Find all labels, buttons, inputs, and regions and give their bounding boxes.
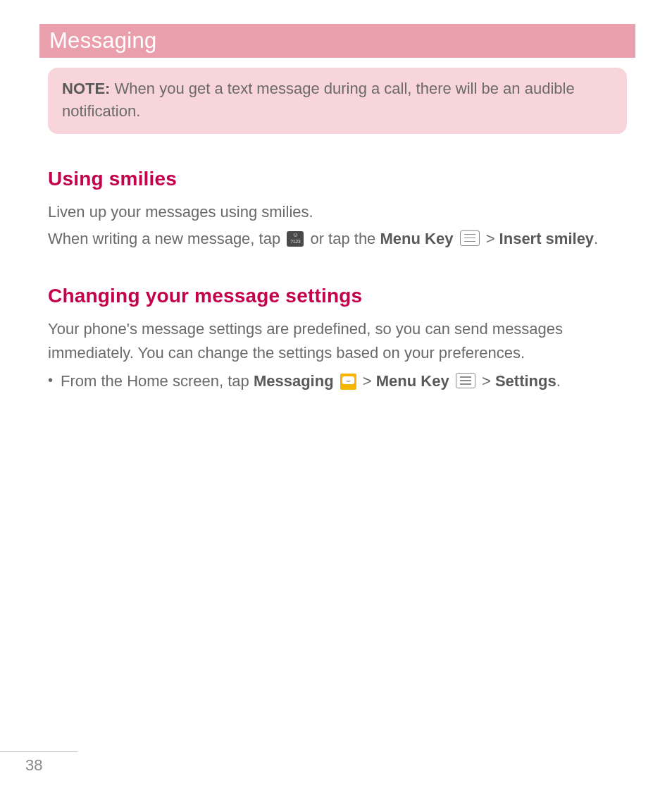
text-run: From the Home screen, tap xyxy=(61,372,254,390)
bold-text: Menu Key xyxy=(376,372,449,390)
text-run: . xyxy=(556,372,561,390)
messaging-app-icon xyxy=(340,374,356,390)
heading-using-smilies: Using smilies xyxy=(48,168,627,190)
paragraph: When writing a new message, tap or tap t… xyxy=(48,227,627,251)
bold-text: Settings xyxy=(495,372,556,390)
note-box: NOTE: When you get a text message during… xyxy=(48,68,627,134)
text-run: When writing a new message, tap xyxy=(48,230,285,247)
menu-key-icon xyxy=(456,373,475,388)
bold-text: Insert smiley xyxy=(499,230,595,247)
paragraph: Your phone's message settings are predef… xyxy=(48,317,627,365)
bullet-marker: • xyxy=(48,369,61,391)
text-run: . xyxy=(594,230,598,247)
text-run: > xyxy=(478,372,495,390)
manual-page: Messaging NOTE: When you get a text mess… xyxy=(0,0,672,807)
bold-text: Messaging xyxy=(254,372,334,390)
paragraph: Liven up your messages using smilies. xyxy=(48,200,627,224)
list-item-body: From the Home screen, tap Messaging > Me… xyxy=(61,369,627,393)
note-label: NOTE: xyxy=(62,80,110,97)
note-text: When you get a text message during a cal… xyxy=(62,80,575,120)
heading-changing-settings: Changing your message settings xyxy=(48,285,627,307)
section-title: Messaging xyxy=(49,28,157,54)
page-number: 38 xyxy=(0,756,77,775)
text-run: or tap the xyxy=(306,230,380,247)
menu-key-icon xyxy=(460,230,480,246)
section-title-bar: Messaging xyxy=(39,24,635,58)
text-run: > xyxy=(482,230,499,247)
list-item: • From the Home screen, tap Messaging > … xyxy=(48,369,627,393)
bold-text: Menu Key xyxy=(380,230,453,247)
text-run: > xyxy=(359,372,376,390)
emoji-keyboard-icon xyxy=(287,231,304,247)
page-footer: 38 xyxy=(0,751,77,775)
